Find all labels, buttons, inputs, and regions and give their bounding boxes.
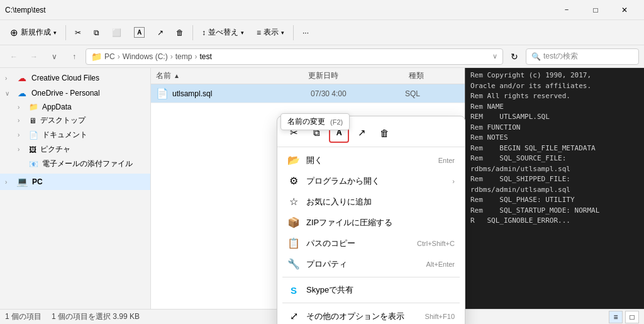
- ctx-share-button[interactable]: ↗: [352, 123, 372, 143]
- ctx-properties-label: プロパティ: [306, 259, 347, 270]
- title-bar-controls: － □ ✕: [552, 0, 639, 20]
- ctx-open-with-arrow: ›: [452, 177, 455, 185]
- ctx-separator-2: [282, 303, 460, 303]
- ctx-copy-path-label: パスのコピー: [306, 238, 355, 249]
- rename-tooltip-label: 名前の変更: [287, 116, 325, 127]
- ctx-item-skype[interactable]: S Skypeで共有: [277, 280, 465, 300]
- ctx-item-copy-path[interactable]: 📋 パスのコピー Ctrl+Shift+C: [277, 233, 465, 254]
- ctx-properties-shortcut: Alt+Enter: [426, 260, 455, 268]
- title-bar-text: C:\temp\test: [5, 6, 552, 14]
- ctx-skype-label: Skypeで共有: [306, 284, 353, 296]
- ctx-item-more-options[interactable]: ⤢ その他のオプションを表示 Shift+F10: [277, 306, 465, 324]
- ctx-open-label: 開く: [306, 155, 323, 166]
- ctx-more-options-shortcut: Shift+F10: [425, 313, 455, 320]
- ctx-copy-path-shortcut: Ctrl+Shift+C: [417, 240, 455, 247]
- minimize-button[interactable]: －: [552, 0, 581, 20]
- ctx-item-zip[interactable]: 📦 ZIPファイルに圧縮する: [277, 212, 465, 233]
- properties-icon: 🔧: [287, 258, 300, 270]
- ctx-more-options-label: その他のオプションを表示: [306, 311, 404, 322]
- context-menu: ✂ ⧉ Ａ ↗ 🗑 📂 開く Enter ⚙ プログラムから開く › ☆ お気に…: [277, 116, 465, 324]
- rename-tooltip: 名前の変更 (F2): [280, 113, 350, 130]
- context-menu-overlay: 名前の変更 (F2) ✂ ⧉ Ａ ↗ 🗑 📂 開く Enter ⚙ プログラムか…: [0, 20, 644, 324]
- rename-shortcut: (F2): [330, 118, 343, 126]
- maximize-button[interactable]: □: [581, 0, 610, 20]
- close-button[interactable]: ✕: [610, 0, 639, 20]
- favorites-icon: ☆: [287, 196, 300, 208]
- ctx-zip-label: ZIPファイルに圧縮する: [306, 217, 392, 228]
- copy-path-icon: 📋: [287, 237, 300, 249]
- ctx-item-open[interactable]: 📂 開く Enter: [277, 150, 465, 170]
- title-bar: C:\temp\test － □ ✕: [0, 0, 644, 20]
- open-icon: 📂: [287, 154, 300, 166]
- ctx-item-open-with[interactable]: ⚙ プログラムから開く ›: [277, 170, 465, 191]
- zip-icon: 📦: [287, 216, 300, 228]
- ctx-open-with-label: プログラムから開く: [306, 176, 380, 187]
- ctx-delete-button[interactable]: 🗑: [374, 123, 394, 143]
- ctx-item-favorites[interactable]: ☆ お気に入りに追加: [277, 191, 465, 212]
- skype-icon: S: [287, 285, 300, 296]
- ctx-item-properties[interactable]: 🔧 プロパティ Alt+Enter: [277, 254, 465, 274]
- ctx-open-shortcut: Enter: [438, 157, 455, 164]
- more-options-icon: ⤢: [287, 310, 300, 322]
- ctx-favorites-label: お気に入りに追加: [306, 196, 372, 208]
- open-with-icon: ⚙: [287, 175, 300, 187]
- ctx-separator-1: [282, 277, 460, 277]
